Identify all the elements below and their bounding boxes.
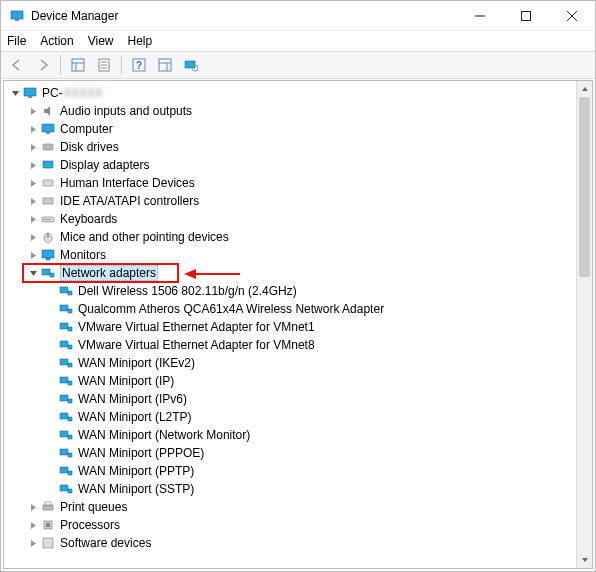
network-icon [58,391,74,407]
category-label: Print queues [60,500,127,514]
tree-category-keyboards[interactable]: Keyboards [4,210,576,228]
titlebar: Device Manager [1,1,595,31]
caret-right-icon[interactable] [26,140,40,154]
scroll-thumb[interactable] [579,97,590,277]
svg-rect-20 [24,88,36,96]
svg-rect-44 [68,327,72,331]
category-label: Keyboards [60,212,117,226]
tree-category-software[interactable]: Software devices [4,534,576,552]
tree-item-network[interactable]: Dell Wireless 1506 802.11b/g/n (2.4GHz) [4,282,576,300]
mouse-icon [40,229,56,245]
svg-rect-24 [43,144,53,150]
svg-text:?: ? [136,60,142,71]
svg-rect-42 [68,309,72,313]
caret-down-icon[interactable] [8,86,22,100]
keyboard-icon [40,211,56,227]
caret-right-icon[interactable] [26,104,40,118]
tree-item-network[interactable]: WAN Miniport (SSTP) [4,480,576,498]
menu-view[interactable]: View [88,34,114,48]
svg-rect-0 [11,11,23,19]
svg-rect-55 [60,431,68,437]
forward-button[interactable] [31,54,55,76]
device-tree[interactable]: PC- XXXXX Audio inputs and outputs Compu… [4,81,576,568]
caret-right-icon[interactable] [26,122,40,136]
scroll-down-button[interactable] [577,552,592,568]
close-button[interactable] [549,1,595,30]
tree-item-network[interactable]: WAN Miniport (PPPOE) [4,444,576,462]
category-label: Network adapters [60,265,158,281]
tree-item-network[interactable]: WAN Miniport (IKEv2) [4,354,576,372]
network-icon [58,355,74,371]
printer-icon [40,499,56,515]
back-button[interactable] [5,54,29,76]
monitor-icon [40,247,56,263]
properties-button[interactable] [92,54,116,76]
tree-category-processors[interactable]: Processors [4,516,576,534]
tree-category-mice[interactable]: Mice and other pointing devices [4,228,576,246]
help-button[interactable]: ? [127,54,151,76]
action-pane-button[interactable] [153,54,177,76]
hid-icon [40,175,56,191]
tree-category-network[interactable]: Network adapters [4,264,576,282]
tree-item-network[interactable]: WAN Miniport (PPTP) [4,462,576,480]
tree-category-audio[interactable]: Audio inputs and outputs [4,102,576,120]
category-label: Computer [60,122,113,136]
disk-icon [40,139,56,155]
svg-rect-54 [68,417,72,421]
caret-right-icon[interactable] [26,248,40,262]
network-icon [58,319,74,335]
caret-right-icon[interactable] [26,176,40,190]
toolbar-separator [121,55,122,75]
tree-category-disk[interactable]: Disk drives [4,138,576,156]
caret-right-icon[interactable] [26,158,40,172]
caret-right-icon[interactable] [26,500,40,514]
tree-item-network[interactable]: WAN Miniport (IP) [4,372,576,390]
ide-icon [40,193,56,209]
minimize-button[interactable] [457,1,503,30]
tree-category-computer[interactable]: Computer [4,120,576,138]
tree-category-print[interactable]: Print queues [4,498,576,516]
tree-item-network[interactable]: VMware Virtual Ethernet Adapter for VMne… [4,336,576,354]
caret-right-icon[interactable] [26,518,40,532]
show-hide-console-button[interactable] [66,54,90,76]
tree-item-network[interactable]: VMware Virtual Ethernet Adapter for VMne… [4,318,576,336]
toolbar: ? [1,51,595,79]
scroll-up-button[interactable] [577,81,592,97]
tree-item-network[interactable]: WAN Miniport (IPv6) [4,390,576,408]
svg-rect-49 [60,377,68,383]
menu-file[interactable]: File [7,34,26,48]
tree-category-ide[interactable]: IDE ATA/ATAPI controllers [4,192,576,210]
tree-item-network[interactable]: WAN Miniport (Network Monitor) [4,426,576,444]
category-label: Monitors [60,248,106,262]
item-label: Qualcomm Atheros QCA61x4A Wireless Netwo… [78,302,384,316]
svg-rect-26 [43,180,53,186]
caret-right-icon[interactable] [26,536,40,550]
caret-down-icon[interactable] [26,266,40,280]
tree-item-network[interactable]: Qualcomm Atheros QCA61x4A Wireless Netwo… [4,300,576,318]
caret-right-icon[interactable] [26,194,40,208]
svg-rect-63 [43,505,53,510]
tree-category-hid[interactable]: Human Interface Devices [4,174,576,192]
menu-action[interactable]: Action [40,34,73,48]
svg-rect-37 [42,269,50,275]
tree-root[interactable]: PC- XXXXX [4,84,576,102]
scan-hardware-button[interactable] [179,54,203,76]
svg-rect-35 [42,250,54,258]
svg-rect-51 [60,395,68,401]
tree-category-monitors[interactable]: Monitors [4,246,576,264]
maximize-button[interactable] [503,1,549,30]
svg-rect-6 [72,59,84,71]
svg-rect-23 [46,132,50,134]
item-label: WAN Miniport (Network Monitor) [78,428,250,442]
app-icon [9,8,25,24]
tree-item-network[interactable]: WAN Miniport (L2TP) [4,408,576,426]
network-icon [58,301,74,317]
vertical-scrollbar[interactable] [576,81,592,568]
tree-category-display[interactable]: Display adapters [4,156,576,174]
svg-rect-41 [60,305,68,311]
caret-right-icon[interactable] [26,212,40,226]
svg-rect-15 [159,59,171,71]
menu-help[interactable]: Help [128,34,153,48]
caret-right-icon[interactable] [26,230,40,244]
svg-rect-21 [28,96,32,98]
